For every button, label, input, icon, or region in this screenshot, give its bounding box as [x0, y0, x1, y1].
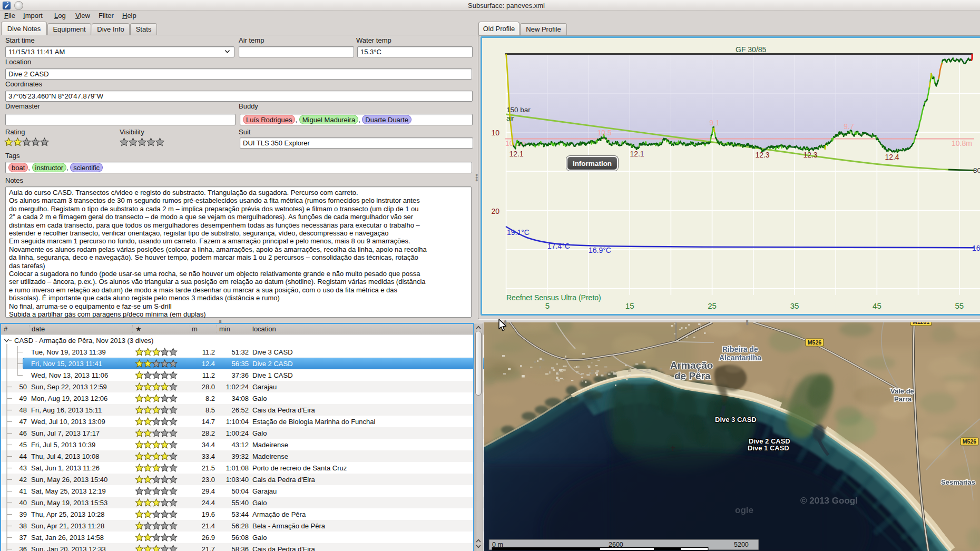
svg-text:© 2013 Googl: © 2013 Googl [800, 496, 858, 506]
svg-text:Alcantarilha: Alcantarilha [719, 353, 761, 362]
svg-text:150 bar: 150 bar [506, 106, 531, 114]
svg-text:GF 30/85: GF 30/85 [736, 45, 767, 54]
svg-text:12.1: 12.1 [630, 150, 644, 158]
svg-text:Parra: Parra [894, 395, 912, 403]
svg-text:16: 16 [972, 244, 980, 252]
svg-text:Sesmarias: Sesmarias [941, 478, 975, 486]
svg-text:2600: 2600 [609, 541, 623, 548]
svg-text:9.7: 9.7 [844, 122, 854, 131]
svg-text:19.1°C: 19.1°C [507, 228, 530, 237]
svg-text:Dive 1 CASD: Dive 1 CASD [748, 444, 789, 452]
svg-text:55: 55 [955, 301, 964, 310]
svg-text:17.4°C: 17.4°C [547, 242, 570, 250]
svg-text:Ribeira de: Ribeira de [722, 345, 758, 353]
svg-text:5: 5 [545, 301, 550, 310]
svg-text:12.3: 12.3 [755, 151, 769, 159]
svg-text:12.1: 12.1 [509, 150, 523, 158]
svg-text:45: 45 [873, 301, 881, 310]
svg-text:35: 35 [790, 301, 799, 310]
svg-text:10.5: 10.5 [597, 129, 611, 137]
svg-text:12.4: 12.4 [885, 153, 899, 161]
svg-text:M1261: M1261 [913, 322, 929, 325]
svg-text:ogle: ogle [735, 505, 753, 515]
svg-text:M526: M526 [963, 438, 976, 445]
svg-text:80 b: 80 b [973, 166, 980, 174]
svg-text:9.1: 9.1 [709, 119, 720, 127]
svg-text:M526: M526 [808, 339, 821, 346]
svg-text:16.9°C: 16.9°C [589, 246, 611, 254]
svg-text:25: 25 [708, 301, 717, 310]
svg-text:20: 20 [491, 207, 499, 215]
svg-text:Dive 3 CASD: Dive 3 CASD [715, 416, 757, 424]
svg-text:15: 15 [625, 301, 634, 310]
svg-text:10: 10 [491, 129, 499, 137]
svg-text:12.3: 12.3 [803, 151, 817, 159]
svg-text:Vale de: Vale de [890, 387, 914, 395]
svg-text:Armação: Armação [670, 360, 713, 371]
svg-text:5200: 5200 [734, 541, 749, 548]
svg-text:de Pêra: de Pêra [674, 370, 711, 381]
svg-text:air: air [506, 114, 515, 122]
svg-text:10.8m: 10.8m [952, 139, 972, 147]
svg-text:Reefnet Sensus Ultra (Preto): Reefnet Sensus Ultra (Preto) [506, 293, 601, 302]
svg-text:0 m: 0 m [492, 541, 503, 548]
